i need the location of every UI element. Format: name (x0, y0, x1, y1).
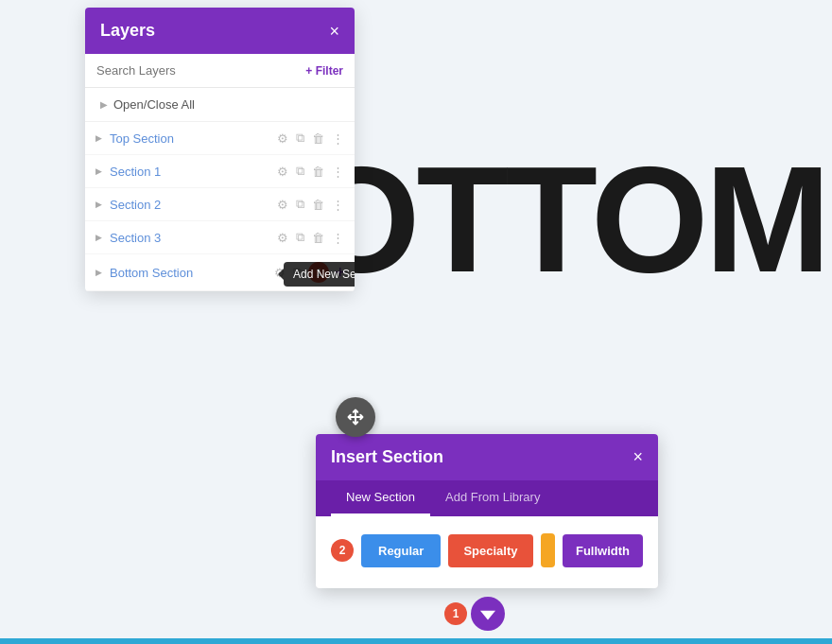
tab-add-from-library[interactable]: Add From Library (430, 480, 555, 516)
layer-item-top-section: ▶ Top Section ⚙ ⧉ 🗑 ⋮ (85, 122, 355, 155)
layer-delete-icon[interactable]: 🗑 (311, 197, 325, 213)
layer-more-icon[interactable]: ⋮ (331, 164, 345, 180)
layer-duplicate-icon[interactable]: ⧉ (295, 163, 305, 180)
open-close-all-row: ▶ Open/Close All (85, 88, 355, 122)
layer-settings-icon[interactable]: ⚙ (276, 131, 289, 147)
insert-section-close-button[interactable]: × (633, 447, 643, 467)
layer-settings-icon[interactable]: ⚙ (276, 164, 289, 180)
layer-name-top-section[interactable]: Top Section (110, 131, 272, 146)
insert-section-tabs: New Section Add From Library (316, 480, 658, 516)
layers-close-button[interactable]: × (329, 23, 339, 40)
layer-name-bottom-section[interactable]: Bottom Section (110, 266, 269, 280)
layer-icons-section-2: ⚙ ⧉ 🗑 ⋮ (276, 196, 345, 213)
layer-item-section-3: ▶ Section 3 ⚙ ⧉ 🗑 ⋮ (85, 221, 355, 254)
layer-more-icon[interactable]: ⋮ (331, 131, 345, 147)
tab-new-section[interactable]: New Section (331, 480, 430, 516)
specialty-extend-button[interactable] (541, 533, 555, 567)
layer-settings-icon[interactable]: ⚙ (276, 230, 289, 246)
filter-button[interactable]: + Filter (305, 64, 343, 78)
layer-duplicate-icon[interactable]: ⧉ (295, 229, 305, 246)
layer-delete-icon[interactable]: 🗑 (311, 164, 325, 180)
regular-button[interactable]: Regular (361, 534, 441, 567)
layer-item-section-1: ▶ Section 1 ⚙ ⧉ 🗑 ⋮ (85, 155, 355, 188)
bottom-controls: 1 (444, 597, 505, 631)
bottom-badge: 1 (444, 602, 467, 625)
layer-expand-icon[interactable]: ▶ (91, 233, 106, 242)
specialty-button[interactable]: Specialty (448, 534, 532, 567)
layers-search-input[interactable] (96, 63, 298, 78)
layer-icons-top-section: ⚙ ⧉ 🗑 ⋮ (276, 130, 345, 147)
insert-section-body: 2 Regular Specialty Fullwidth (316, 516, 658, 588)
drag-handle-button[interactable] (336, 397, 375, 437)
layer-name-section-3[interactable]: Section 3 (110, 231, 272, 245)
layer-more-icon[interactable]: ⋮ (331, 230, 345, 246)
layer-icons-section-3: ⚙ ⧉ 🗑 ⋮ (276, 229, 345, 246)
layers-title: Layers (100, 21, 155, 41)
layer-duplicate-icon[interactable]: ⧉ (295, 196, 305, 213)
layers-panel: Layers × + Filter ▶ Open/Close All ▶ Top… (85, 8, 355, 291)
layer-name-section-2[interactable]: Section 2 (110, 198, 272, 212)
layer-expand-icon[interactable]: ▶ (91, 166, 106, 176)
layer-name-section-1[interactable]: Section 1 (110, 165, 272, 179)
layer-expand-icon[interactable]: ▶ (91, 200, 106, 209)
layer-item-bottom-section: ▶ Bottom Section ⚙ ⧉ 1 + Add New Section (85, 254, 355, 291)
layer-duplicate-icon[interactable]: ⧉ (295, 130, 305, 147)
background-text: OTTOM (303, 132, 827, 306)
layer-delete-icon[interactable]: 🗑 (311, 230, 325, 246)
open-close-arrow-icon: ▶ (100, 99, 108, 110)
add-new-section-tooltip: Add New Section (284, 262, 355, 287)
open-close-all-label: Open/Close All (113, 97, 195, 112)
layers-header: Layers × (85, 8, 355, 54)
layer-item-section-2: ▶ Section 2 ⚙ ⧉ 🗑 ⋮ (85, 188, 355, 221)
insert-badge: 2 (331, 539, 354, 562)
layer-delete-icon[interactable]: 🗑 (311, 131, 325, 147)
insert-section-panel: Insert Section × New Section Add From Li… (316, 434, 658, 588)
bottom-bar (0, 638, 832, 644)
insert-section-title: Insert Section (331, 447, 443, 467)
layer-expand-icon[interactable]: ▶ (91, 133, 106, 143)
layer-expand-icon[interactable]: ▶ (91, 268, 106, 277)
layer-settings-icon[interactable]: ⚙ (276, 197, 289, 213)
down-arrow-button[interactable] (471, 597, 505, 631)
insert-section-header: Insert Section × (316, 434, 658, 480)
fullwidth-button[interactable]: Fullwidth (563, 534, 643, 567)
layers-search-bar: + Filter (85, 54, 355, 88)
layer-icons-section-1: ⚙ ⧉ 🗑 ⋮ (276, 163, 345, 180)
layer-more-icon[interactable]: ⋮ (331, 197, 345, 213)
